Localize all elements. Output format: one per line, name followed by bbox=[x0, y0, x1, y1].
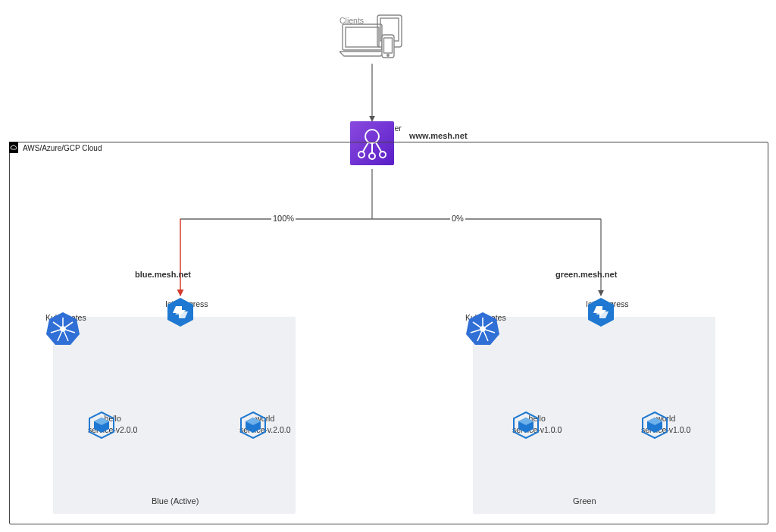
kubernetes-icon bbox=[45, 311, 80, 346]
cloud-icon bbox=[9, 142, 18, 153]
svg-rect-12 bbox=[346, 27, 379, 47]
k8s-node-green: Kubernetes bbox=[465, 311, 506, 322]
istio-icon bbox=[586, 297, 616, 327]
blue-domain-label: blue.mesh.net bbox=[135, 270, 191, 279]
cloud-label: AWS/Azure/GCP Cloud bbox=[23, 144, 102, 152]
green-domain-label: green.mesh.net bbox=[555, 270, 617, 279]
istio-icon bbox=[165, 297, 196, 327]
service-icon bbox=[512, 412, 540, 439]
clients-node: Clients bbox=[340, 14, 364, 25]
blue-env-title: Blue (Active) bbox=[152, 496, 199, 505]
green-env-title: Green bbox=[573, 496, 596, 505]
traffic-left-label: 100% bbox=[271, 214, 296, 223]
devices-icon bbox=[340, 14, 408, 61]
svg-point-18 bbox=[387, 55, 389, 56]
green-env-box bbox=[473, 317, 715, 514]
svg-rect-11 bbox=[343, 24, 382, 50]
service-icon bbox=[641, 412, 668, 439]
architecture-diagram: Clients Load Balancer www.mesh.net bbox=[0, 0, 776, 532]
load-balancer-node: Load Balancer bbox=[350, 121, 402, 133]
k8s-node-blue: Kubernetes bbox=[45, 311, 86, 322]
service-icon bbox=[88, 412, 115, 439]
traffic-right-label: 0% bbox=[450, 214, 465, 223]
lb-domain-label: www.mesh.net bbox=[409, 131, 468, 140]
service-icon bbox=[239, 412, 267, 439]
kubernetes-icon bbox=[465, 311, 500, 346]
